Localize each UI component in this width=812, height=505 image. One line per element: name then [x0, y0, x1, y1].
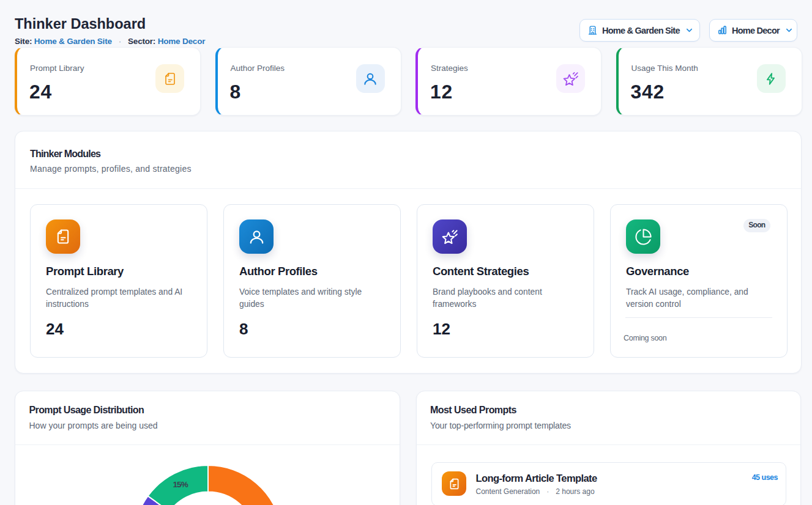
svg-text:15%: 15% — [173, 480, 188, 489]
